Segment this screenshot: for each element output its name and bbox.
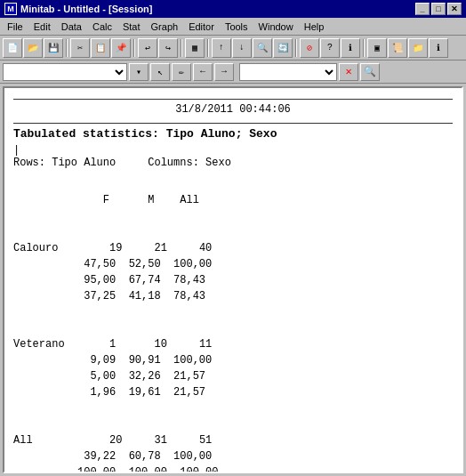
toolbar-sep6 <box>363 39 365 57</box>
project-button[interactable]: 📁 <box>408 38 428 58</box>
title-bar-controls: _ □ ✕ <box>415 3 462 15</box>
menu-bar: File Edit Data Calc Stat Graph Editor To… <box>0 18 466 36</box>
session-window[interactable]: 31/8/2011 00:44:06 Tabulated statistics:… <box>3 86 463 473</box>
bottom-divider <box>13 123 453 124</box>
history-button[interactable]: 📜 <box>388 38 407 58</box>
redo-button[interactable]: ↪ <box>158 38 178 58</box>
toolbar-secondary: ▾ ↖ ✏ ← → ✕ 🔍 <box>0 61 466 84</box>
window-title: Minitab - Untitled - [Session] <box>20 4 153 14</box>
minimize-button[interactable]: _ <box>415 3 430 15</box>
edit-btn[interactable]: ✏ <box>172 63 191 81</box>
app-icon: M <box>4 3 17 15</box>
menu-calc[interactable]: Calc <box>87 20 117 34</box>
find-button[interactable]: 🔍 <box>253 38 272 58</box>
col-m: M <box>148 194 154 206</box>
style-selector[interactable] <box>239 63 337 81</box>
maximize-button[interactable]: □ <box>431 3 446 15</box>
top-divider <box>13 99 453 100</box>
group-all-label: All 20 31 51 39,22 60,78 100,00 100,00 1… <box>13 434 218 473</box>
down-button[interactable]: ↓ <box>232 38 252 58</box>
toolbar-sep5 <box>295 39 297 57</box>
stop-button[interactable]: ⊘ <box>300 38 319 58</box>
arrow-left-btn[interactable]: ← <box>193 63 213 81</box>
copy-button[interactable]: 📋 <box>91 38 110 58</box>
rows-cols-label: Rows: Tipo Aluno Columns: Sexo <box>13 157 453 169</box>
title-bar: M Minitab - Untitled - [Session] _ □ ✕ <box>0 0 466 18</box>
cursor-indicator: | <box>13 144 453 157</box>
title-bar-left: M Minitab - Untitled - [Session] <box>4 3 153 15</box>
toolbar-main: 📄 📂 💾 ✂ 📋 📌 ↩ ↪ ▦ ↑ ↓ 🔍 🔄 ⊘ ? ℹ ▣ 📜 📁 ℹ <box>0 36 466 61</box>
col-all: All <box>180 194 199 206</box>
toolbar-sep2 <box>133 39 135 57</box>
undo-button[interactable]: ↩ <box>138 38 157 58</box>
open-button[interactable]: 📂 <box>23 38 43 58</box>
session-button[interactable]: ▣ <box>367 38 387 58</box>
menu-edit[interactable]: Edit <box>28 20 56 34</box>
menu-data[interactable]: Data <box>56 20 87 34</box>
menu-tools[interactable]: Tools <box>220 20 253 34</box>
cut-button[interactable]: ✂ <box>70 38 90 58</box>
menu-window[interactable]: Window <box>253 20 299 34</box>
group-calouro-label: Calouro 19 21 40 47,50 52,50 100,00 95,0… <box>13 242 212 303</box>
dropdown-arrow[interactable]: ▾ <box>129 63 149 81</box>
cols-label: Columns: Sexo <box>148 157 231 169</box>
replace-button[interactable]: 🔄 <box>273 38 293 58</box>
section-title: Tabulated statistics: Tipo Aluno; Sexo <box>13 127 453 141</box>
help-button[interactable]: ? <box>320 38 340 58</box>
stats-table: F M All Calouro 19 21 40 47,50 52,50 100… <box>13 176 453 473</box>
menu-file[interactable]: File <box>2 20 28 34</box>
col-f: F <box>103 194 109 206</box>
cursor-button[interactable]: ↖ <box>150 63 170 81</box>
menu-stat[interactable]: Stat <box>117 20 146 34</box>
toolbar-sep4 <box>207 39 209 57</box>
group-veterano-label: Veterano 1 10 11 9,09 90,91 100,00 5,00 … <box>13 338 212 399</box>
paste-button[interactable]: 📌 <box>111 38 131 58</box>
new-button[interactable]: 📄 <box>3 38 22 58</box>
rows-label: Rows: Tipo Aluno <box>13 157 116 169</box>
header-row: F M All <box>13 194 199 206</box>
close-red-button[interactable]: ✕ <box>339 63 358 81</box>
arrow-right-btn[interactable]: → <box>214 63 234 81</box>
menu-graph[interactable]: Graph <box>146 20 184 34</box>
menu-help[interactable]: Help <box>299 20 330 34</box>
toolbar-sep1 <box>66 39 68 57</box>
info-button[interactable]: ℹ <box>341 38 360 58</box>
worksheet-button[interactable]: ▦ <box>185 38 205 58</box>
font-selector[interactable] <box>3 63 127 81</box>
save-button[interactable]: 💾 <box>44 38 63 58</box>
toolbar-sep3 <box>181 39 182 57</box>
timestamp: 31/8/2011 00:44:06 <box>13 103 453 116</box>
menu-editor[interactable]: Editor <box>183 20 220 34</box>
close-button[interactable]: ✕ <box>447 3 462 15</box>
up-button[interactable]: ↑ <box>212 38 231 58</box>
about-button[interactable]: ℹ <box>429 38 448 58</box>
search-button[interactable]: 🔍 <box>360 63 380 81</box>
